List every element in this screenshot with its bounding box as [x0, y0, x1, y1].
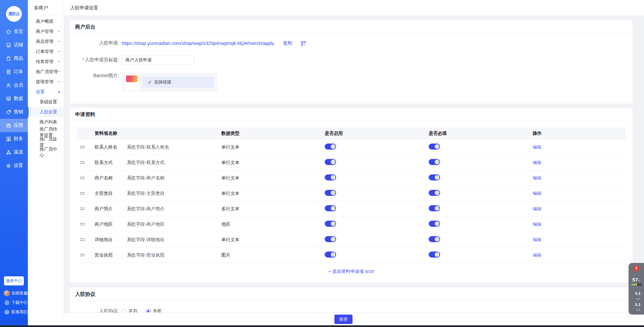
sidebar-item-goods[interactable]: 商品: [0, 52, 28, 65]
help-link-download[interactable]: 下载中心: [0, 298, 28, 307]
edit-link[interactable]: 编辑: [533, 237, 626, 243]
drag-handle-icon[interactable]: [80, 237, 85, 242]
enabled-toggle[interactable]: [325, 236, 336, 242]
menu-item-订单管理[interactable]: 订单管理: [28, 47, 64, 57]
required-toggle[interactable]: [429, 190, 440, 196]
drag-handle-icon[interactable]: [80, 160, 85, 165]
table-row: 商户名称系统字段-商户名称单行文本编辑: [76, 170, 626, 186]
table-row: 主营类目系统字段-主营类目单行文本编辑: [76, 186, 626, 201]
sidebar-item-channel[interactable]: 渠道: [0, 146, 28, 159]
divider: [70, 301, 633, 301]
sidebar-item-member[interactable]: 会员: [0, 78, 28, 92]
required-toggle[interactable]: [429, 205, 440, 211]
menu-item-推广员中心[interactable]: 推广员中心: [28, 147, 64, 157]
edit-link[interactable]: 编辑: [533, 221, 626, 227]
edit-link[interactable]: 编辑: [533, 252, 626, 258]
required-toggle[interactable]: [429, 174, 440, 180]
help-link-contact[interactable]: 联系我们: [0, 307, 28, 317]
sidebar-item-settings[interactable]: 设置: [0, 159, 28, 172]
marketing-icon: [6, 109, 11, 115]
menu-item-入驻设置[interactable]: 入驻设置: [28, 107, 64, 117]
edit-link[interactable]: 编辑: [533, 206, 626, 212]
field-name: 详细地址: [95, 237, 127, 243]
sidebar-item-app[interactable]: 应用: [0, 119, 28, 132]
drag-handle-icon[interactable]: [80, 176, 85, 180]
table-row: 商户地区系统字段-商户地区地区编辑: [76, 217, 626, 232]
menu-item-商户概览[interactable]: 商户概览: [28, 16, 64, 26]
enabled-toggle[interactable]: [325, 144, 336, 150]
enabled-toggle[interactable]: [325, 190, 336, 196]
menu-item-设置[interactable]: 设置: [28, 87, 64, 97]
menu-item-推广员管理[interactable]: 推广员管理: [28, 67, 64, 77]
required-toggle[interactable]: [429, 159, 440, 165]
add-field-link[interactable]: + 添加资料申请项 8/20: [70, 269, 633, 275]
copy-link[interactable]: 复制: [283, 40, 292, 46]
required-toggle[interactable]: [429, 221, 440, 227]
field-name: 联系方式: [95, 160, 127, 166]
save-button[interactable]: 保存: [334, 315, 353, 324]
field-name: 商户名称: [95, 175, 127, 181]
menu-item-商户管理[interactable]: 商户管理: [28, 26, 64, 37]
download-speed: ↓ 0.3K/s: [632, 303, 640, 312]
menu-item-商户列表[interactable]: 商户列表: [28, 117, 64, 127]
sidebar-item-label: 应用: [14, 122, 23, 128]
required-toggle[interactable]: [429, 252, 440, 258]
help-link-avatar[interactable]: 在线客服: [0, 288, 28, 298]
table-row: 营业执照系统字段-营业执照图片编辑: [76, 248, 626, 263]
field-source: 系统字段-联系人姓名: [127, 144, 169, 150]
menu-item-基础设置[interactable]: 基础设置: [28, 97, 64, 107]
security-shield-icon[interactable]: 1: [633, 265, 640, 273]
sidebar-item-shop[interactable]: 店铺: [0, 38, 28, 52]
application-data-card: 申请资料 资料项名称 数据类型 是否启用 是否必填 操作 联系人姓名系统字段-联…: [70, 108, 633, 283]
enabled-toggle[interactable]: [325, 159, 336, 165]
drag-handle-icon[interactable]: [80, 145, 85, 149]
enabled-toggle[interactable]: [325, 221, 336, 227]
menu-item-商品管理[interactable]: 商品管理: [28, 37, 64, 47]
required-toggle[interactable]: [429, 236, 440, 242]
drag-handle-icon[interactable]: [80, 207, 85, 211]
sidebar-item-home[interactable]: 首页: [0, 25, 28, 38]
service-center-button[interactable]: 服务中心: [4, 276, 24, 285]
required-toggle[interactable]: [429, 144, 440, 150]
table-row: 联系人姓名系统字段-联系人姓名单行文本编辑: [76, 140, 626, 155]
menu-item-label: 推广员中心: [40, 146, 60, 158]
edit-link[interactable]: 编辑: [533, 190, 626, 197]
sidebar-item-marketing[interactable]: 营销: [0, 105, 28, 119]
menu-item-推广员设置[interactable]: 推广员设置: [28, 137, 64, 147]
banner-thumbnail[interactable]: [125, 74, 139, 90]
sidebar-item-data[interactable]: 数据: [0, 92, 28, 105]
qrcode-icon[interactable]: [301, 41, 306, 46]
divider: [70, 121, 633, 121]
field-source: 系统字段-商户名称: [127, 175, 165, 181]
drag-handle-icon[interactable]: [80, 191, 85, 196]
data-icon: [6, 96, 11, 102]
brand-logo-text: 黑豆云: [8, 11, 19, 17]
drag-handle-icon[interactable]: [80, 222, 85, 226]
page-title-input[interactable]: [122, 55, 194, 65]
sidebar-item-label: 数据: [14, 96, 23, 102]
edit-link[interactable]: 编辑: [533, 175, 626, 181]
enabled-toggle[interactable]: [325, 252, 336, 258]
menu-item-推广员结算设置[interactable]: 推广员结算设置: [28, 127, 64, 137]
divider: [631, 287, 642, 288]
sidebar-item-label: 店铺: [14, 42, 23, 48]
tab-entry-apply-settings[interactable]: 入驻申请设置: [70, 0, 98, 16]
system-monitor-widget[interactable]: 1 57% ↑ 0.3K/s ↓ 0.3K/s: [629, 263, 644, 315]
menu-item-结算管理[interactable]: 结算管理: [28, 57, 64, 67]
table-header: 资料项名称 数据类型 是否启用 是否必填 操作: [76, 127, 626, 140]
edit-link[interactable]: 编辑: [533, 160, 626, 166]
sidebar-item-order[interactable]: 订单: [0, 65, 28, 78]
upload-speed: ↑ 0.3K/s: [632, 292, 640, 301]
enabled-toggle[interactable]: [325, 174, 336, 180]
brand-logo[interactable]: 黑豆云: [6, 6, 22, 22]
menu-item-提现管理[interactable]: 提现管理: [28, 77, 64, 87]
apply-url-link[interactable]: https://shop.yunmadian.com/shop/wap/v320…: [122, 41, 274, 46]
choose-link-button[interactable]: 选择链接: [143, 76, 214, 88]
enabled-toggle[interactable]: [325, 205, 336, 211]
sidebar-item-finance[interactable]: 财务: [0, 132, 28, 146]
menu-item-label: 提现管理: [36, 79, 53, 85]
drag-handle-icon[interactable]: [80, 253, 85, 257]
sidebar-item-label: 首页: [14, 29, 23, 35]
goods-icon: [6, 56, 11, 61]
edit-link[interactable]: 编辑: [533, 144, 626, 150]
